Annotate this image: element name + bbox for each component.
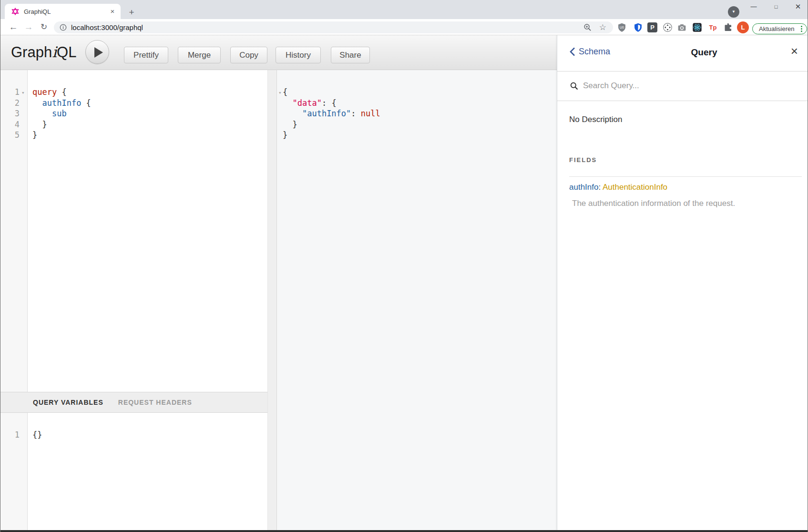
profile-avatar[interactable]: L [737, 21, 749, 33]
doc-no-description: No Description [569, 115, 623, 124]
result-code: { "data": { "authInfo": null }} [283, 87, 380, 141]
graphiql-logo: GraphiQL [11, 43, 76, 61]
doc-fields-heading: FIELDS [569, 156, 597, 164]
doc-search-box [557, 72, 808, 101]
window-minimize-button[interactable]: — [743, 0, 765, 14]
doc-field-description: The authentication information of the re… [572, 199, 735, 208]
result-viewer: ▾ { "data": { "authInfo": null }} [277, 70, 557, 530]
tp-extension-icon[interactable]: Tp [708, 22, 718, 32]
execute-query-button[interactable] [85, 40, 109, 64]
query-code[interactable]: query { authInfo { sub }} [32, 87, 91, 141]
p-extension-icon[interactable]: P [647, 22, 657, 32]
doc-back-label: Schema [579, 47, 610, 57]
doc-title: Query [691, 47, 717, 58]
tab-query-variables[interactable]: QUERY VARIABLES [33, 399, 103, 406]
browser-tab-graphiql[interactable]: GraphiQL × [5, 4, 121, 19]
bookmark-star-icon[interactable]: ☆ [599, 22, 606, 32]
variables-title-bar: QUERY VARIABLES REQUEST HEADERS [0, 392, 267, 413]
doc-explorer-header: Schema Query × [557, 35, 808, 72]
extensions-puzzle-icon[interactable] [723, 22, 733, 32]
camera-extension-icon[interactable] [677, 22, 687, 32]
forward-button[interactable]: → [23, 21, 34, 33]
variables-editor-gutter: 1 [0, 413, 28, 530]
media-controls-icon[interactable]: ▼ [728, 6, 739, 18]
doc-back-link[interactable]: Schema [570, 47, 610, 57]
move-tool-extension-icon[interactable] [663, 22, 673, 32]
site-info-icon[interactable] [60, 24, 67, 31]
bitwarden-extension-icon[interactable] [633, 22, 643, 32]
update-button[interactable]: Aktualisieren [752, 23, 807, 34]
new-tab-button[interactable]: + [125, 6, 138, 19]
result-fold-arrow-icon[interactable]: ▾ [278, 88, 282, 99]
back-button[interactable]: ← [8, 21, 19, 33]
field-name-link[interactable]: authInfo [569, 183, 598, 192]
tab-request-headers[interactable]: REQUEST HEADERS [118, 399, 192, 406]
window-bottom-edge [0, 530, 808, 532]
tab-close-icon[interactable]: × [108, 7, 117, 16]
search-icon [570, 82, 578, 90]
copy-button[interactable]: Copy [230, 47, 267, 63]
svg-text:U0: U0 [620, 26, 624, 29]
query-editor-gutter: 12345 ▾ [0, 70, 28, 392]
query-line-numbers: 12345 [0, 87, 20, 141]
variables-editor[interactable]: 1 {} [0, 413, 267, 530]
play-icon [94, 47, 103, 58]
chevron-left-icon [570, 47, 575, 56]
window-close-button[interactable]: ✕ [787, 0, 808, 14]
share-button[interactable]: Share [331, 47, 370, 63]
zoom-page-icon[interactable] [583, 23, 592, 31]
type-name-link[interactable]: AuthenticationInfo [603, 183, 667, 192]
history-button[interactable]: History [276, 47, 321, 63]
update-menu-dots-icon[interactable] [801, 26, 802, 32]
reload-button[interactable]: ↻ [38, 21, 50, 33]
browser-tabstrip: GraphiQL × + ▼ — □ ✕ [0, 0, 808, 19]
ublock-extension-icon[interactable]: U0 [617, 22, 627, 32]
query-editor[interactable]: 12345 ▾ query { authInfo { sub }} [0, 70, 267, 392]
doc-search-input[interactable] [583, 78, 783, 93]
address-bar[interactable]: localhost:3000/graphql ☆ [54, 21, 613, 33]
graphql-favicon-icon [11, 8, 19, 15]
doc-explorer-panel: Schema Query × No Description FIELDS aut… [557, 35, 808, 530]
doc-field-row: authInfo: AuthenticationInfo [569, 183, 667, 192]
variables-code[interactable]: {} [32, 430, 42, 440]
variables-line-numbers: 1 [0, 430, 20, 440]
browser-window: GraphiQL × + ▼ — □ ✕ ← → ↻ localhost:300… [0, 0, 808, 532]
react-devtools-extension-icon[interactable] [692, 22, 702, 32]
fold-arrow-icon[interactable]: ▾ [21, 88, 25, 99]
tab-title: GraphiQL [24, 8, 108, 15]
merge-button[interactable]: Merge [178, 47, 221, 63]
url-text[interactable]: localhost:3000/graphql [71, 23, 583, 31]
graphiql-topbar: GraphiQL Prettify Merge Copy History Sha… [0, 35, 557, 70]
pane-resizer[interactable] [267, 70, 277, 530]
fields-divider [569, 176, 802, 177]
window-maximize-button[interactable]: □ [765, 0, 787, 14]
prettify-button[interactable]: Prettify [124, 47, 168, 63]
doc-close-icon[interactable]: × [791, 44, 798, 59]
update-button-label: Aktualisieren [759, 25, 801, 32]
